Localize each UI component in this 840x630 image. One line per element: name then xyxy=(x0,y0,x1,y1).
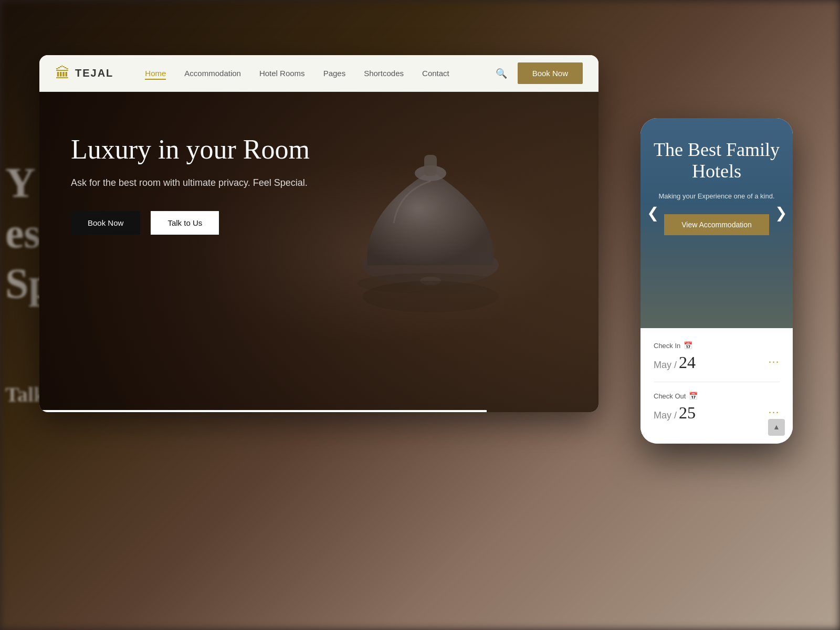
checkin-label: Check In 📅 xyxy=(654,341,780,350)
checkin-label-text: Check In xyxy=(654,342,680,350)
checkin-date: May / 24 xyxy=(654,353,696,372)
checkout-dots[interactable]: ··· xyxy=(769,407,780,419)
hero-subtitle: Ask for the best room with ultimate priv… xyxy=(71,176,323,190)
logo-area: 🏛 TEJAL xyxy=(55,65,113,82)
hero-section: Luxury in your Room Ask for the best roo… xyxy=(39,92,598,412)
logo-icon: 🏛 xyxy=(55,65,70,82)
mobile-hotel-content: The Best Family Hotels Making your Exper… xyxy=(640,118,793,246)
nav-pages[interactable]: Pages xyxy=(323,69,346,78)
checkout-field: Check Out 📅 May / 25 ··· xyxy=(654,392,780,432)
nav-home[interactable]: Home xyxy=(145,69,166,78)
checkout-day: 25 xyxy=(679,403,696,422)
mobile-hotel-section: ❮ ❯ The Best Family Hotels Making your E… xyxy=(640,118,793,328)
hero-progress-bar xyxy=(39,410,487,412)
hero-talk-to-us-button[interactable]: Talk to Us xyxy=(151,211,219,235)
checkout-month: May / xyxy=(654,410,677,421)
nav-links: Home Accommodation Hotel Rooms Pages Sho… xyxy=(145,69,495,78)
nav-shortcodes[interactable]: Shortcodes xyxy=(364,69,404,78)
checkin-date-row: May / 24 ··· xyxy=(654,353,780,372)
scroll-to-top-button[interactable]: ▲ xyxy=(768,419,785,436)
checkin-dots[interactable]: ··· xyxy=(769,356,780,369)
browser-window: 🏛 TEJAL Home Accommodation Hotel Rooms P… xyxy=(39,55,598,412)
nav-contact[interactable]: Contact xyxy=(422,69,449,78)
search-icon[interactable]: 🔍 xyxy=(496,68,507,79)
checkin-calendar-icon: 📅 xyxy=(684,341,692,350)
nav-hotel-rooms[interactable]: Hotel Rooms xyxy=(259,69,305,78)
mobile-mockup: ❮ ❯ The Best Family Hotels Making your E… xyxy=(640,118,793,444)
view-accommodation-button[interactable]: View Accommodation xyxy=(664,214,769,235)
checkin-day: 24 xyxy=(679,353,696,372)
hero-buttons: Book Now Talk to Us xyxy=(71,211,323,235)
nav-accommodation[interactable]: Accommodation xyxy=(184,69,241,78)
hero-title: Luxury in your Room xyxy=(71,134,323,165)
checkout-label: Check Out 📅 xyxy=(654,392,780,400)
navbar-book-now-button[interactable]: Book Now xyxy=(518,62,583,84)
navbar: 🏛 TEJAL Home Accommodation Hotel Rooms P… xyxy=(39,55,598,92)
checkout-date-row: May / 25 ··· xyxy=(654,403,780,423)
carousel-arrow-right[interactable]: ❯ xyxy=(773,204,789,222)
hero-book-now-button[interactable]: Book Now xyxy=(71,211,140,235)
checkin-month: May / xyxy=(654,360,677,370)
checkout-calendar-icon: 📅 xyxy=(689,392,698,400)
carousel-arrow-left[interactable]: ❮ xyxy=(645,204,660,222)
checkin-field: Check In 📅 May / 24 ··· xyxy=(654,341,780,382)
checkout-date: May / 25 xyxy=(654,403,696,423)
mobile-hotel-subtitle: Making your Experience one of a kind. xyxy=(651,191,782,202)
checkout-label-text: Check Out xyxy=(654,392,686,400)
logo-text: TEJAL xyxy=(75,67,113,79)
hero-content: Luxury in your Room Ask for the best roo… xyxy=(39,92,354,277)
mobile-hotel-title: The Best Family Hotels xyxy=(651,139,782,183)
